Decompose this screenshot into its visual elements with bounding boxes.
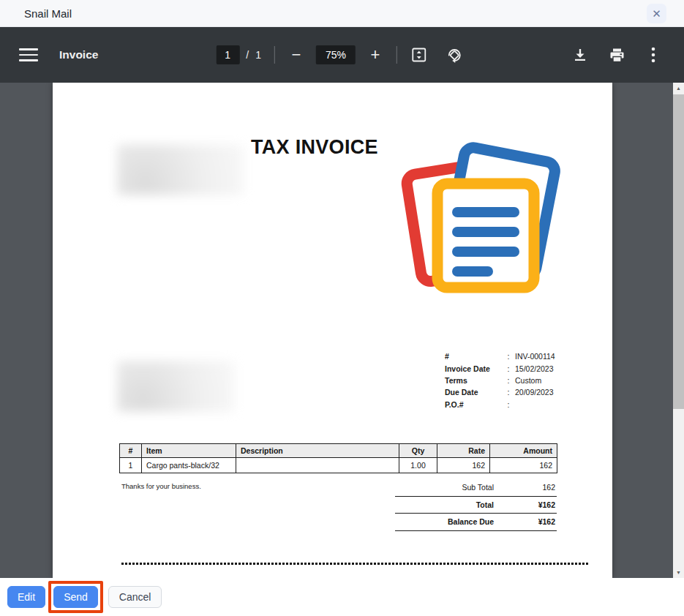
table-row: 1 Cargo pants-black/32 1.00 162 162 [120,458,557,473]
thank-you-note: Thanks for your business. [121,482,201,490]
scroll-down-icon[interactable]: ▼ [673,567,684,578]
column-header: Rate [437,444,490,458]
balance-due-row: Balance Due ¥162 [395,514,557,531]
item-name: Cargo pants-black/32 [142,458,236,473]
close-icon[interactable]: ✕ [647,4,666,23]
fit-to-page-icon[interactable] [410,46,428,64]
toolbar-divider [274,46,275,64]
zoom-in-icon[interactable]: + [367,45,383,64]
total-label: Total [395,500,513,509]
perforation-line [121,563,590,565]
meta-label: # [445,350,502,362]
send-button-highlight: Send [48,581,103,613]
modal-titlebar: Snail Mail ✕ [0,0,684,27]
item-amount: 162 [490,458,557,473]
menu-icon[interactable] [19,48,38,61]
meta-row: # : INV-000114 [445,350,566,362]
toolbar-divider [397,46,397,64]
column-header: Amount [490,444,557,458]
cancel-button[interactable]: Cancel [108,586,162,608]
action-footer: Edit Send Cancel [0,578,684,616]
balance-due-label: Balance Due [395,517,513,526]
item-number: 1 [120,458,142,473]
column-header: # [120,444,142,458]
meta-row: P.O.# : [445,399,566,410]
rotate-icon[interactable] [446,46,463,64]
scrollbar-thumb[interactable] [673,94,684,409]
meta-label: Due Date [445,386,502,398]
meta-row: Invoice Date : 15/02/2023 [445,362,566,374]
line-items-table: # Item Description Qty Rate Amount 1 Car… [119,443,557,473]
page-separator: / [246,49,249,61]
table-header-row: # Item Description Qty Rate Amount [120,444,557,458]
zoom-out-icon[interactable]: − [288,45,304,64]
scroll-up-icon[interactable]: ▲ [673,83,684,94]
vertical-scrollbar[interactable]: ▲ ▼ [673,83,684,578]
edit-button[interactable]: Edit [7,586,45,608]
total-pages: 1 [255,49,261,61]
meta-row: Due Date : 20/09/2023 [445,386,566,398]
total-row: Total ¥162 [395,497,557,514]
invoice-po-number [515,399,566,410]
invoice-page: TAX INVOICE # : INV-000114 Invoice Date [53,83,612,578]
pdf-viewer: TAX INVOICE # : INV-000114 Invoice Date [0,83,684,578]
toolbar-center-controls: / 1 − 75% + [216,27,463,83]
invoice-number: INV-000114 [515,350,566,362]
zoom-level[interactable]: 75% [316,45,356,64]
current-page-input[interactable] [216,45,239,64]
total-value: ¥162 [513,500,557,509]
invoice-heading: TAX INVOICE [251,136,378,159]
invoice-due-date: 20/09/2023 [515,386,566,398]
redacted-company-info [117,144,244,195]
totals-section: Sub Total 162 Total ¥162 Balance Due ¥16… [395,479,557,531]
column-header: Description [236,444,399,458]
invoice-terms: Custom [515,375,566,386]
download-icon[interactable] [571,46,589,64]
more-options-icon[interactable] [644,46,662,64]
column-header: Qty [399,444,437,458]
subtotal-label: Sub Total [395,483,513,492]
invoice-meta: # : INV-000114 Invoice Date : 15/02/2023… [445,350,566,410]
meta-label: Terms [445,375,502,386]
subtotal-row: Sub Total 162 [395,479,557,497]
toolbar-right-controls [571,27,662,83]
document-title: Invoice [59,48,98,61]
meta-label: P.O.# [445,399,502,410]
send-button[interactable]: Send [53,586,98,608]
item-rate: 162 [437,458,490,473]
modal-title: Snail Mail [24,7,72,20]
column-header: Item [142,444,236,458]
redacted-customer-info [117,361,234,412]
pdf-toolbar: Invoice / 1 − 75% + [0,27,684,83]
item-description [236,458,399,473]
print-icon[interactable] [608,46,625,64]
balance-due-value: ¥162 [513,517,557,526]
subtotal-value: 162 [513,483,557,492]
invoice-date: 15/02/2023 [515,362,566,374]
meta-row: Terms : Custom [445,375,566,386]
item-qty: 1.00 [399,458,437,473]
meta-label: Invoice Date [445,362,502,374]
documents-logo-icon [397,141,561,298]
